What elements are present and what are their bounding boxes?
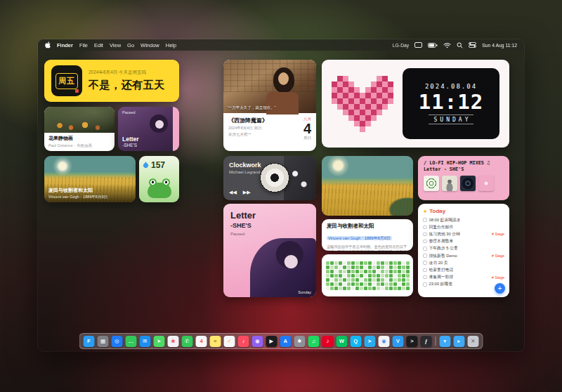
frog-illustration [148, 183, 171, 198]
movie-calendar-widget[interactable]: “一万年太久了，就是现在。” 《西游降魔篇》 2024年8月4日 周日 农历七月… [223, 60, 316, 151]
todo-checkbox[interactable] [423, 240, 427, 244]
dock-podcasts[interactable]: ◉ [252, 336, 263, 347]
todo-item[interactable]: 23:00 前睡觉 [423, 281, 504, 288]
dock-netease-music[interactable]: ♪ [322, 336, 334, 347]
menu-view[interactable]: View [110, 42, 121, 48]
dock-vscode[interactable]: V [393, 336, 404, 347]
todo-checkbox[interactable] [423, 254, 427, 258]
dock-mail[interactable]: ✉ [140, 336, 151, 347]
todo-item[interactable]: 练习吉他 30 分钟# Stage [423, 230, 504, 237]
contribution-cell [347, 261, 351, 265]
calendar-weekday: 周日 [303, 136, 311, 141]
dock-music[interactable]: ♪ [238, 336, 249, 347]
previous-track-button[interactable]: ◀◀ [229, 190, 237, 195]
menu-edit[interactable]: Edit [94, 42, 103, 48]
dock-messages[interactable]: … [126, 336, 137, 347]
menu-extra-label[interactable]: LG-Day [393, 43, 409, 48]
todo-item[interactable]: 回复合作邮件 [423, 223, 504, 230]
water-count-widget[interactable]: 157 [139, 156, 179, 202]
todo-checkbox[interactable] [423, 275, 427, 280]
contribution-cell [377, 287, 380, 290]
todo-checkbox[interactable] [423, 268, 427, 273]
todo-item[interactable]: 给家里打电话 [423, 266, 504, 273]
heart-pixel [388, 115, 393, 121]
heart-pixel [354, 98, 360, 104]
music-widget-letter-small[interactable]: Paused Letter -SHE'S [118, 107, 179, 151]
menu-file[interactable]: File [79, 42, 88, 48]
dock-maps[interactable]: ➤ [154, 336, 165, 347]
album-thumb-scribble-art[interactable] [424, 176, 439, 191]
heart-pixel [382, 87, 388, 93]
dock-photos[interactable]: ❀ [168, 336, 179, 347]
countdown-icon-text: 周五 [55, 73, 78, 89]
dock-folder-downloads[interactable]: ▾ [440, 336, 451, 347]
dock-finder[interactable]: F [84, 336, 95, 347]
next-track-button[interactable]: ▶▶ [243, 190, 251, 195]
todo-item[interactable]: 下午跑步 5 公里 [423, 245, 504, 252]
note-artist-link[interactable]: Vincent van Gogh・1889年8月9日 [327, 236, 392, 240]
album-thumb-vinyl[interactable] [460, 176, 476, 191]
pixel-heart-clock-widget[interactable]: 2024.08.04 11:12 SUNDAY [322, 60, 509, 148]
dock-qq[interactable]: Q [351, 336, 362, 347]
dock-tv[interactable]: ▶ [266, 336, 277, 347]
heart-pixel [337, 121, 343, 126]
dock-calendar[interactable]: 4 [196, 336, 207, 347]
todo-checkbox[interactable] [423, 218, 427, 222]
album-thumb-figure-art[interactable] [442, 176, 457, 191]
vangogh-wheat-widget[interactable]: 麦田与收割者和太阳 Vincent van Gogh・1889年8月9日 [44, 156, 136, 202]
dock-appstore[interactable]: A [280, 336, 292, 347]
menu-window[interactable]: Window [140, 42, 159, 48]
active-app-name[interactable]: Finder [57, 42, 73, 48]
dock-folder-projects[interactable]: ▸ [454, 336, 465, 347]
dock-telegram[interactable]: ➤ [365, 336, 376, 347]
wifi-icon[interactable] [443, 42, 451, 48]
activity-grid-widget[interactable] [322, 254, 413, 296]
todo-checkbox[interactable] [423, 282, 427, 287]
painting-note-widget[interactable]: 麦田与收割者和太阳 Vincent van Gogh・1889年8月9日 这幅作… [322, 219, 413, 251]
dock-facetime[interactable]: ✆ [182, 336, 193, 347]
countdown-widget[interactable]: 周五 2024年8月4日 今天是周五吗 不是，还有五天 [44, 60, 179, 102]
todo-checkbox[interactable] [423, 247, 427, 251]
todo-checkbox[interactable] [423, 261, 427, 265]
todo-checkbox[interactable] [423, 233, 427, 237]
dock-wechat[interactable]: W [336, 336, 348, 347]
apple-menu-icon[interactable] [45, 41, 51, 48]
control-center-icon[interactable] [469, 42, 476, 48]
vangogh-painting-widget[interactable] [322, 156, 413, 216]
dock-safari[interactable]: ◎ [112, 336, 123, 347]
music-player-widget[interactable]: Clockwork Michael Legrand ◀◀ ▶▶ [223, 156, 316, 200]
today-tasks-widget[interactable]: ★ Today 08:00 起床喝温水回复合作邮件练习吉他 30 分钟# Sta… [418, 204, 509, 297]
dock-terminal[interactable]: > [407, 336, 418, 347]
menu-help[interactable]: Help [166, 42, 176, 48]
heart-pixel [360, 115, 365, 121]
dock-reminders[interactable]: ✓ [224, 336, 235, 347]
todo-item[interactable]: 排练新歌 Demo# Stage [423, 252, 504, 259]
contribution-cell [372, 282, 376, 286]
todo-item[interactable]: 准备周一彩排# Stage [423, 274, 504, 281]
dock-chrome[interactable]: ◉ [379, 336, 390, 347]
dock-settings[interactable]: ✱ [294, 336, 306, 347]
dock-figma[interactable]: ƒ [421, 336, 432, 347]
contribution-cell [334, 270, 338, 273]
contribution-cell [330, 266, 334, 269]
music-widget-letter-large[interactable]: Letter -SHE'S Paused Sunday [223, 204, 316, 297]
heart-pixel [388, 81, 393, 87]
heart-pixel [388, 126, 393, 132]
todo-checkbox[interactable] [423, 226, 427, 230]
dock-launchpad[interactable]: ▦ [98, 336, 109, 347]
dock-notes[interactable]: ≡ [210, 336, 221, 347]
menu-bar-clock[interactable]: Sun 4 Aug 11:12 [482, 43, 517, 48]
lofi-playlist-widget[interactable]: / LO-FI HIP-HOP MIXES ♫ Letter - SHE'S [418, 156, 509, 200]
battery-icon[interactable] [428, 43, 438, 48]
todo-item[interactable]: 08:00 起床喝温水 [423, 216, 504, 223]
todo-item[interactable]: 整理本周歌单 [423, 238, 504, 245]
todo-item[interactable]: 读书 20 页 [423, 259, 504, 266]
cezanne-painting-widget[interactable]: 花果静物画 Paul Cézanne・布面油画 [44, 107, 115, 151]
search-icon[interactable] [457, 42, 463, 48]
screen-mirroring-icon[interactable] [414, 42, 422, 48]
dock-trash[interactable]: ✕ [468, 336, 479, 347]
album-thumb-pink-cover[interactable] [478, 176, 494, 191]
add-task-button[interactable]: + [495, 283, 505, 294]
dock-spotify[interactable]: ♫ [308, 336, 320, 347]
menu-go[interactable]: Go [127, 42, 134, 48]
